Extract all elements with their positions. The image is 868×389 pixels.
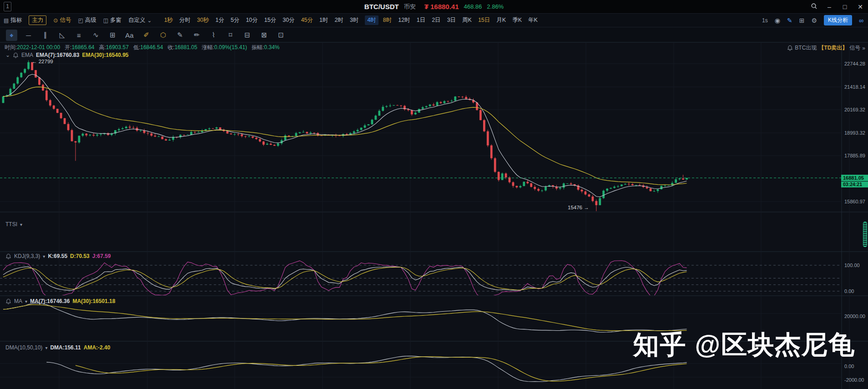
dma-label: DMA(10,50,10) [5, 344, 42, 351]
alert-text-suffix: 信号 [849, 44, 860, 52]
dma-value: DMA:156.11 [50, 344, 81, 351]
axis-tick-label: 20000.00 [844, 313, 865, 319]
axis-tick-label: 0.00 [844, 288, 854, 294]
ma-label: MA [14, 298, 22, 304]
axis-tick-label: 20169.32 [844, 107, 865, 112]
kdj-legend[interactable]: KDJ(9,3,3) ▾ K:69.55 D:70.53 J:67.59 [5, 253, 111, 259]
ama-value: AMA:-2.40 [84, 344, 111, 351]
info-value: 2022-12-01 00:00 [17, 44, 60, 51]
info-label: 收: [167, 44, 174, 51]
bell-icon [13, 52, 19, 58]
axis-tick-label: -2000.00 [844, 377, 864, 383]
collapse-chevron-icon[interactable]: ⌄ [5, 52, 10, 58]
ttsi-dropdown-icon[interactable]: ▾ [20, 222, 22, 227]
bell-icon [5, 253, 11, 259]
dma-legend[interactable]: DMA(10,50,10) ▾ DMA:156.11 AMA:-2.40 [5, 344, 110, 351]
signal-alert[interactable]: BTC出现 【TD卖出】 信号 » [787, 44, 865, 52]
kdj-label: KDJ(9,3,3) [14, 253, 40, 259]
kdj-d-value: D:70.53 [70, 253, 90, 259]
annotation-low: 15476 → [568, 205, 589, 210]
ohlc-info-bar: 时间:2022-12-01 00:00开:16865.64高:16903.57低… [5, 44, 284, 51]
ttsi-legend[interactable]: TTSI ▾ [5, 221, 22, 227]
ema30-value: EMA(30):16540.95 [82, 52, 128, 58]
axis-tick-label: 18993.32 [844, 130, 865, 136]
ema-legend[interactable]: ⌄ EMA EMA(7):16760.83 EMA(30):16540.95 [5, 52, 129, 58]
current-price-badge: 16881.05 [841, 175, 868, 181]
info-label: 开: [65, 44, 71, 51]
info-value: 0.09%(15.41) [214, 44, 247, 51]
axis-tick-label: 17885.89 [844, 153, 865, 158]
info-label: 低: [133, 44, 140, 51]
axis-tick-label: 0.00 [844, 364, 854, 369]
kdj-j-value: J:67.59 [92, 253, 111, 259]
alert-more-icon[interactable]: » [862, 45, 865, 51]
info-value: 16865.64 [71, 44, 94, 51]
alert-text-prefix: BTC出现 [795, 44, 817, 52]
info-value: 16903.57 [106, 44, 129, 51]
bell-icon [5, 298, 11, 304]
annotation-high: ← 22799 [32, 59, 53, 64]
ma-legend[interactable]: MA ▾ MA(7):16746.36 MA(30):16501.18 [5, 298, 115, 304]
axis-tick-label: 15860.97 [844, 199, 865, 204]
ma7-value: MA(7):16746.36 [30, 298, 70, 304]
info-label: 涨幅: [202, 44, 214, 51]
info-label: 高: [99, 44, 106, 51]
ema7-value: EMA(7):16760.83 [36, 52, 79, 58]
alert-highlight: 【TD卖出】 [818, 44, 848, 52]
info-value: 16881.05 [175, 44, 197, 51]
kdj-dropdown-icon[interactable]: ▾ [43, 254, 45, 259]
info-value: 16846.54 [140, 44, 163, 51]
info-value: 0.34% [264, 44, 279, 51]
scrollbar-thumb[interactable] [863, 222, 867, 247]
ma-dropdown-icon[interactable]: ▾ [25, 299, 27, 304]
alert-bell-icon [787, 45, 793, 51]
dma-dropdown-icon[interactable]: ▾ [45, 345, 47, 350]
info-label: 时间: [5, 44, 17, 51]
info-label: 振幅: [252, 44, 264, 51]
axis-tick-label: 22744.28 [844, 61, 865, 66]
ma30-value: MA(30):16501.18 [72, 298, 115, 304]
watermark: 知乎 @区块杰尼龟 [633, 328, 855, 363]
ttsi-label: TTSI [5, 221, 17, 227]
candle-countdown-badge: 03:24:21 [841, 182, 868, 187]
kdj-k-value: K:69.55 [48, 253, 67, 259]
ema-label: EMA [21, 52, 33, 58]
axis-tick-label: 21418.14 [844, 84, 865, 90]
axis-tick-label: 100.00 [844, 263, 860, 268]
